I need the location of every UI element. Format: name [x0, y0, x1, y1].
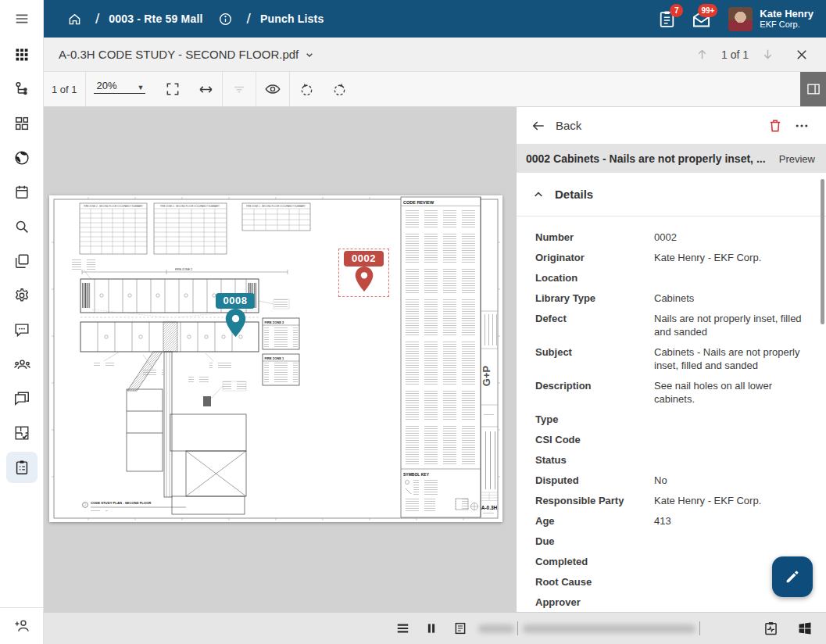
- document-title: A-0.3H CODE STUDY - SECOND FLOOR.pdf: [59, 48, 299, 61]
- zoom-caret-icon: ▼: [138, 84, 145, 91]
- home-icon[interactable]: [63, 7, 86, 30]
- sheet-number: A-0.3H: [481, 505, 498, 510]
- plan-detail-number: 1: [84, 503, 86, 506]
- occupancy-table-title-2: FIRE ZONE 2 - SECOND FLOOR OCCUPANCY SUM…: [160, 205, 220, 208]
- clipboard-pulse-icon[interactable]: [763, 621, 779, 637]
- document-title-dropdown[interactable]: A-0.3H CODE STUDY - SECOND FLOOR.pdf: [59, 48, 316, 61]
- punch-pin-0002[interactable]: 0002: [338, 249, 389, 297]
- field-row: SubjectCabinets - Nails are not properly…: [535, 345, 812, 372]
- eye-icon[interactable]: [256, 72, 289, 106]
- punch-list-icon[interactable]: [6, 452, 38, 483]
- rotate-ccw-icon[interactable]: [290, 72, 323, 106]
- fullscreen-icon[interactable]: [156, 72, 189, 106]
- search-icon[interactable]: [6, 211, 38, 242]
- main-column: / 0003 - Rte 59 Mall / Punch Lists 7 99+…: [44, 0, 826, 644]
- chevron-up-icon: [532, 188, 545, 201]
- info-icon[interactable]: [214, 7, 238, 30]
- previous-document-icon[interactable]: [695, 48, 709, 61]
- drawing-sheet: FIRE ZONE 2 - SECOND FLOOR OCCUPANCY SUM…: [49, 195, 502, 522]
- field-row: DefectNails are not properly inset, fill…: [535, 312, 812, 338]
- settings-gear-icon[interactable]: [6, 280, 38, 311]
- taskbar-separator: [517, 621, 518, 635]
- forum-icon[interactable]: [6, 383, 38, 414]
- floorplan-check-icon[interactable]: [6, 417, 38, 449]
- user-avatar[interactable]: [728, 7, 753, 31]
- content-area: FIRE ZONE 2 - SECOND FLOOR OCCUPANCY SUM…: [44, 107, 826, 612]
- tasks-badge: 7: [670, 4, 683, 17]
- occupancy-table-title-3: FIRE ZONE 1 - SECOND FLOOR OCCUPANCY SUM…: [246, 205, 306, 208]
- workflow-icon[interactable]: [6, 73, 38, 105]
- sidebar-divider: [0, 607, 43, 608]
- viewer-toolbar: 1 of 1 20% ▼: [44, 72, 826, 107]
- map-pin-icon: [224, 309, 247, 337]
- breadcrumb-separator: /: [95, 10, 99, 27]
- pencil-icon: [784, 568, 801, 585]
- dashboard-icon[interactable]: [6, 108, 38, 139]
- panel-toggle-button[interactable]: [800, 72, 826, 106]
- details-section-title: Details: [555, 188, 593, 201]
- field-row: DescriptionSee nail holes on all lower c…: [535, 379, 812, 406]
- fit-width-icon[interactable]: [189, 72, 222, 106]
- inbox-envelope-icon[interactable]: 99+: [688, 5, 714, 32]
- zoom-select[interactable]: 20% ▼: [94, 78, 146, 94]
- preview-link[interactable]: Preview: [779, 153, 815, 165]
- field-row: Root Cause: [535, 575, 812, 589]
- next-document-icon[interactable]: [761, 48, 774, 61]
- field-row: Approver: [535, 596, 812, 609]
- pdf-canvas[interactable]: FIRE ZONE 2 - SECOND FLOOR OCCUPANCY SUM…: [44, 107, 516, 612]
- user-company: EKF Corp.: [760, 20, 813, 30]
- chevron-down-icon: [303, 48, 316, 61]
- panel-toggle-icon: [806, 81, 821, 97]
- comment-icon[interactable]: [6, 314, 38, 345]
- details-section-toggle[interactable]: Details: [517, 173, 826, 216]
- user-name: Kate Henry: [760, 8, 813, 20]
- fire-zone-2-box-title: FIRE ZONE 2: [265, 320, 284, 324]
- details-fields: Number0002 OriginatorKate Henry - EKF Co…: [517, 216, 826, 612]
- field-row: OriginatorKate Henry - EKF Corp.: [535, 251, 812, 264]
- calendar-icon[interactable]: [6, 177, 38, 208]
- groups-icon[interactable]: [6, 349, 38, 380]
- back-button[interactable]: Back: [531, 118, 581, 134]
- breadcrumb-project[interactable]: 0003 - Rte 59 Mall: [109, 13, 202, 25]
- app-window: / 0003 - Rte 59 Mall / Punch Lists 7 99+…: [0, 0, 826, 644]
- field-row: Library TypeCabinets: [535, 292, 812, 305]
- field-row: Age413: [535, 514, 812, 528]
- field-row: Type: [535, 413, 812, 426]
- windows-logo-icon[interactable]: [797, 621, 813, 636]
- inbox-badge: 99+: [698, 4, 717, 17]
- pager-text: 1 of 1: [721, 48, 749, 61]
- plan-title: CODE STUDY PLAN - SECOND FLOOR: [91, 501, 151, 505]
- list-menu-icon[interactable]: [395, 621, 410, 636]
- tasks-clipboard-icon[interactable]: 7: [653, 5, 680, 32]
- close-icon[interactable]: [795, 48, 809, 62]
- apps-grid-icon[interactable]: [6, 39, 38, 70]
- field-row: Number0002: [535, 231, 812, 244]
- fire-zone-1-box-title: FIRE ZONE 1: [265, 356, 284, 360]
- folders-icon[interactable]: [6, 245, 38, 277]
- punch-pin-0008[interactable]: 0008: [210, 293, 260, 337]
- menu-icon[interactable]: [6, 3, 38, 34]
- symbol-key-title: SYMBOL KEY: [403, 472, 430, 477]
- breadcrumb-module[interactable]: Punch Lists: [260, 13, 324, 25]
- top-navigation-bar: / 0003 - Rte 59 Mall / Punch Lists 7 99+…: [44, 0, 826, 38]
- zoom-value: 20%: [97, 80, 117, 91]
- page-indicator: 1 of 1: [50, 84, 85, 95]
- field-row: Location: [535, 271, 812, 284]
- document-icon[interactable]: [453, 621, 467, 635]
- user-info[interactable]: Kate Henry EKF Corp.: [760, 8, 813, 30]
- architect-logo: G+P: [481, 365, 492, 386]
- floorplan-drawing: FIRE ZONE 2 - SECOND FLOOR OCCUPANCY SUM…: [49, 195, 502, 522]
- filter-icon[interactable]: [223, 72, 256, 106]
- field-row: Due: [535, 535, 812, 548]
- redacted-login-text: [523, 624, 695, 633]
- more-options-icon[interactable]: [790, 114, 813, 138]
- panel-scrollbar[interactable]: [821, 179, 824, 324]
- edit-fab-button[interactable]: [772, 556, 813, 597]
- globe-icon[interactable]: [6, 142, 38, 174]
- panel-header: Back: [517, 107, 826, 145]
- field-row: Completed: [535, 555, 812, 568]
- rotate-cw-icon[interactable]: [323, 72, 356, 106]
- pause-icon[interactable]: [424, 621, 438, 635]
- trash-icon[interactable]: [763, 114, 787, 138]
- person-add-icon[interactable]: [6, 610, 38, 641]
